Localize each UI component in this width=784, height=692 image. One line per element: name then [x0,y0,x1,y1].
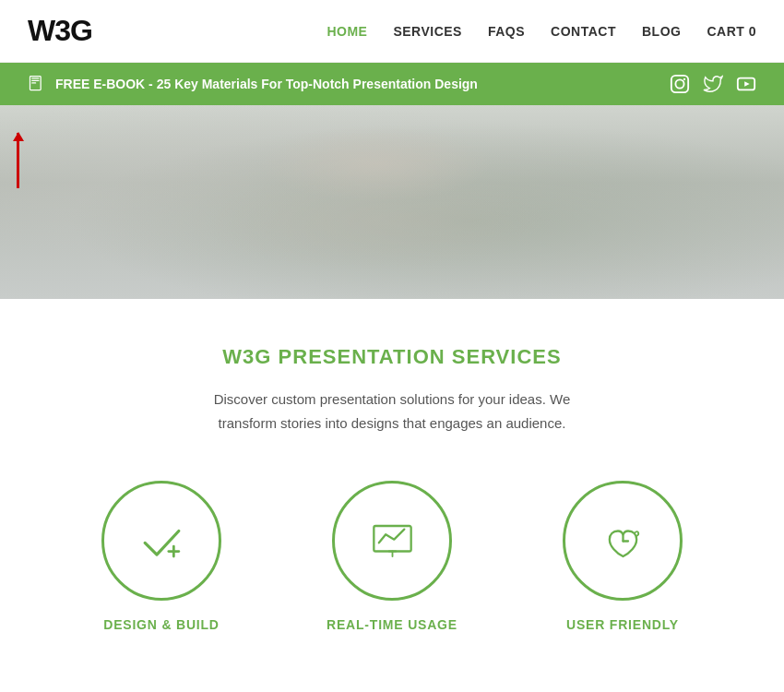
nav-contact[interactable]: CONTACT [551,24,616,39]
feature-design-build: DESIGN & BUILD [69,481,254,632]
svg-marker-8 [744,81,750,87]
svg-rect-2 [31,80,39,81]
svg-rect-3 [31,82,36,83]
instagram-icon[interactable] [670,74,690,94]
nav-services[interactable]: SERVICES [393,24,462,39]
nav-blog[interactable]: BLOG [642,24,681,39]
nav-faqs[interactable]: FAQS [488,24,525,39]
check-plus-icon [137,516,187,567]
design-build-label: DESIGN & BUILD [103,617,220,632]
hero-section [0,105,784,299]
logo[interactable]: W3G [28,14,92,48]
scroll-arrow [17,133,19,188]
design-build-circle [101,481,221,601]
svg-rect-4 [671,76,688,92]
chart-icon [367,516,418,567]
twitter-icon[interactable] [703,74,723,94]
svg-point-6 [683,78,685,80]
touch-icon [598,516,648,567]
youtube-icon[interactable] [736,74,756,94]
user-friendly-circle [563,481,683,601]
banner-text: FREE E-BOOK - 25 Key Materials For Top-N… [55,77,478,91]
hero-image [0,105,784,299]
social-links [670,74,756,94]
nav-home[interactable]: HOME [327,24,367,39]
banner-content: FREE E-BOOK - 25 Key Materials For Top-N… [28,75,478,93]
services-title: W3G PRESENTATION SERVICES [28,345,756,369]
features-row: DESIGN & BUILD REAL-TIME USAGE [28,481,756,632]
navigation: HOME SERVICES FAQS CONTACT BLOG CART 0 [327,24,756,39]
feature-realtime: REAL-TIME USAGE [300,481,484,632]
nav-cart[interactable]: CART 0 [707,24,756,39]
header: W3G HOME SERVICES FAQS CONTACT BLOG CART… [0,0,784,63]
svg-rect-1 [31,78,39,78]
services-description: Discover custom presentation solutions f… [198,388,586,435]
realtime-circle [332,481,452,601]
arrow-line [17,133,19,188]
realtime-label: REAL-TIME USAGE [327,617,457,632]
ebook-icon [28,75,46,93]
feature-user-friendly: USER FRIENDLY [530,481,715,632]
arrow-head [13,132,24,141]
services-section: W3G PRESENTATION SERVICES Discover custo… [0,299,784,669]
user-friendly-label: USER FRIENDLY [566,617,679,632]
promo-banner[interactable]: FREE E-BOOK - 25 Key Materials For Top-N… [0,63,784,105]
svg-point-5 [675,79,683,88]
